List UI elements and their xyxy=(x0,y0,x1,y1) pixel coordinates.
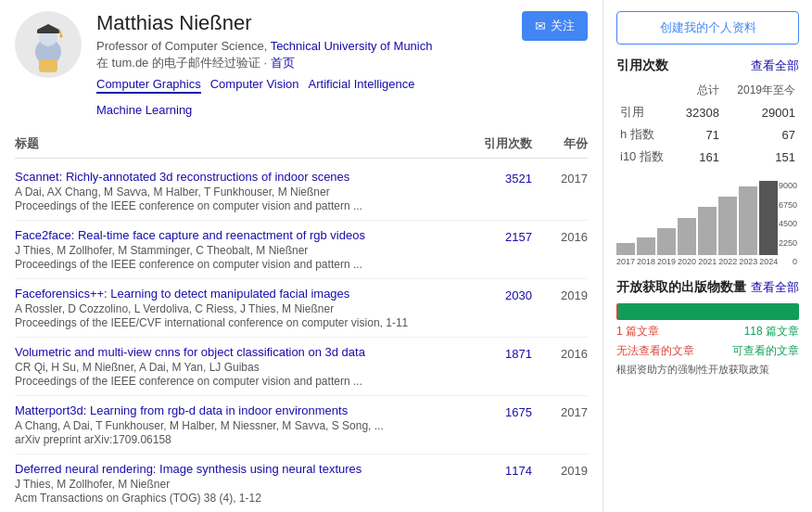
pub-title[interactable]: Volumetric and multi-view cnns for objec… xyxy=(15,345,458,359)
chart-x-label: 2021 xyxy=(698,257,717,266)
pub-year: 2017 xyxy=(532,170,588,186)
stats-section: 引用次数 查看全部 总计 2019年至今 引用 32308 29001 h 指数… xyxy=(616,58,799,168)
publication-row: Matterport3d: Learning from rgb-d data i… xyxy=(15,396,588,454)
oa-note: 根据资助方的强制性开放获取政策 xyxy=(616,363,799,377)
stats-label: i10 指数 xyxy=(616,146,676,168)
create-profile-button[interactable]: 创建我的个人资料 xyxy=(616,11,799,45)
pub-venue: arXiv preprint arXiv:1709.06158 xyxy=(15,433,458,446)
oa-bar-accessible xyxy=(618,303,799,320)
oa-inaccessible-count: 1 篇文章 xyxy=(616,324,659,339)
pub-citations[interactable]: 2157 xyxy=(458,228,532,244)
pub-title[interactable]: Faceforensics++: Learning to detect mani… xyxy=(15,287,458,301)
oa-labels: 1 篇文章 118 篇文章 xyxy=(616,324,799,339)
pub-year: 2019 xyxy=(532,287,588,302)
oa-bar xyxy=(616,303,799,320)
chart-x-label: 2022 xyxy=(718,257,737,266)
chart-y-tick: 0 xyxy=(793,257,797,266)
stats-label: h 指数 xyxy=(616,123,676,146)
tag-computer-graphics[interactable]: Computer Graphics xyxy=(96,77,201,94)
profile-name: Matthias Nießner xyxy=(96,11,511,35)
university-link[interactable]: Technical University of Munich xyxy=(271,39,433,53)
stats-since2019: 67 xyxy=(723,123,799,146)
stats-total: 32308 xyxy=(676,101,723,123)
chart-y-tick: 6750 xyxy=(779,200,797,210)
pub-info: Faceforensics++: Learning to detect mani… xyxy=(15,287,458,329)
stats-total: 161 xyxy=(676,146,723,168)
pub-year: 2017 xyxy=(532,403,588,419)
chart-y-tick: 2250 xyxy=(779,238,797,248)
publication-row: Faceforensics++: Learning to detect mani… xyxy=(15,279,588,338)
pub-authors: A Rossler, D Cozzolino, L Verdoliva, C R… xyxy=(15,302,458,315)
pub-year: 2016 xyxy=(532,345,588,361)
profile-tags: Computer Graphics Computer Vision Artifi… xyxy=(96,77,511,117)
profile-verify: 在 tum.de 的电子邮件经过验证 · 首页 xyxy=(96,55,511,71)
publication-row: Scannet: Richly-annotated 3d reconstruct… xyxy=(15,162,588,221)
chart-bar[interactable] xyxy=(759,181,778,255)
chart-bar[interactable] xyxy=(637,237,655,255)
chart-x-label: 2018 xyxy=(637,257,655,266)
pub-authors: CR Qi, H Su, M Nießner, A Dai, M Yan, LJ… xyxy=(15,361,458,374)
stats-col-empty xyxy=(616,80,676,101)
stats-since2019: 151 xyxy=(723,146,799,168)
pub-title[interactable]: Matterport3d: Learning from rgb-d data i… xyxy=(15,403,458,417)
chart-bar[interactable] xyxy=(698,207,717,255)
pub-citations[interactable]: 2030 xyxy=(458,287,532,302)
pub-venue: Acm Transactions on Graphics (TOG) 38 (4… xyxy=(15,492,458,505)
follow-button[interactable]: ✉ 关注 xyxy=(522,11,588,41)
publication-row: Face2face: Real-time face capture and re… xyxy=(15,221,588,279)
chart-y-tick: 4500 xyxy=(779,219,797,228)
pub-citations[interactable]: 1174 xyxy=(458,462,532,478)
stats-col-total: 总计 xyxy=(676,80,723,101)
profile-title: Professor of Computer Science, Technical… xyxy=(96,39,511,53)
profile-info: Matthias Nießner Professor of Computer S… xyxy=(96,11,511,117)
chart-y-axis: 90006750450022500 xyxy=(778,181,799,266)
stats-row: h 指数 71 67 xyxy=(616,123,799,146)
citations-chart xyxy=(616,181,778,255)
chart-x-labels: 20172018201920202021202220232024 xyxy=(616,257,778,266)
publication-row: Volumetric and multi-view cnns for objec… xyxy=(15,338,588,396)
citations-view-all[interactable]: 查看全部 xyxy=(751,58,799,74)
pub-authors: A Dai, AX Chang, M Savva, M Halber, T Fu… xyxy=(15,186,458,198)
chart-bar[interactable] xyxy=(657,228,676,255)
oa-view-all[interactable]: 查看全部 xyxy=(751,279,799,296)
homepage-link[interactable]: 首页 xyxy=(271,56,295,70)
pub-info: Deferred neural rendering: Image synthes… xyxy=(15,462,458,505)
stats-row: 引用 32308 29001 xyxy=(616,101,799,123)
chart-x-label: 2017 xyxy=(616,257,635,266)
stats-total: 71 xyxy=(676,123,723,146)
pub-info: Face2face: Real-time face capture and re… xyxy=(15,228,458,271)
stats-table: 总计 2019年至今 引用 32308 29001 h 指数 71 67 i10… xyxy=(616,80,799,168)
oa-accessible-desc: 可查看的文章 xyxy=(732,343,799,359)
chart-x-label: 2019 xyxy=(657,257,676,266)
pub-venue: Proceedings of the IEEE conference on co… xyxy=(15,375,458,388)
pub-authors: J Thies, M Zollhofer, M Nießner xyxy=(15,478,458,491)
chart-bar[interactable] xyxy=(616,243,635,255)
chart-bar[interactable] xyxy=(718,197,737,255)
pub-title[interactable]: Face2face: Real-time face capture and re… xyxy=(15,228,458,242)
tag-machine-learning[interactable]: Machine Learning xyxy=(96,103,192,117)
tag-computer-vision[interactable]: Computer Vision xyxy=(210,77,299,94)
chart-bar[interactable] xyxy=(739,186,757,255)
pub-citations[interactable]: 3521 xyxy=(458,170,532,186)
stats-row: i10 指数 161 151 xyxy=(616,146,799,168)
pub-authors: J Thies, M Zollhofer, M Stamminger, C Th… xyxy=(15,244,458,257)
citations-title: 引用次数 xyxy=(616,58,668,74)
pub-citations[interactable]: 1871 xyxy=(458,345,532,361)
col-year-header: 年份 xyxy=(532,135,588,152)
tag-artificial-intelligence[interactable]: Artificial Intelligence xyxy=(309,77,415,94)
col-title-header: 标题 xyxy=(15,135,458,152)
pub-info: Matterport3d: Learning from rgb-d data i… xyxy=(15,403,458,446)
stats-since2019: 29001 xyxy=(723,101,799,123)
mail-icon: ✉ xyxy=(535,19,546,33)
stats-label: 引用 xyxy=(616,101,676,123)
oa-title: 开放获取的出版物数量 xyxy=(616,279,746,296)
stats-col-since: 2019年至今 xyxy=(723,80,799,101)
pub-info: Scannet: Richly-annotated 3d reconstruct… xyxy=(15,170,458,212)
oa-accessible-count: 118 篇文章 xyxy=(744,324,799,339)
chart-bar[interactable] xyxy=(678,218,696,255)
oa-inaccessible-desc: 无法查看的文章 xyxy=(616,343,694,359)
publication-row: Deferred neural rendering: Image synthes… xyxy=(15,454,588,512)
pub-title[interactable]: Deferred neural rendering: Image synthes… xyxy=(15,462,458,476)
pub-citations[interactable]: 1675 xyxy=(458,403,532,419)
pub-title[interactable]: Scannet: Richly-annotated 3d reconstruct… xyxy=(15,170,458,184)
